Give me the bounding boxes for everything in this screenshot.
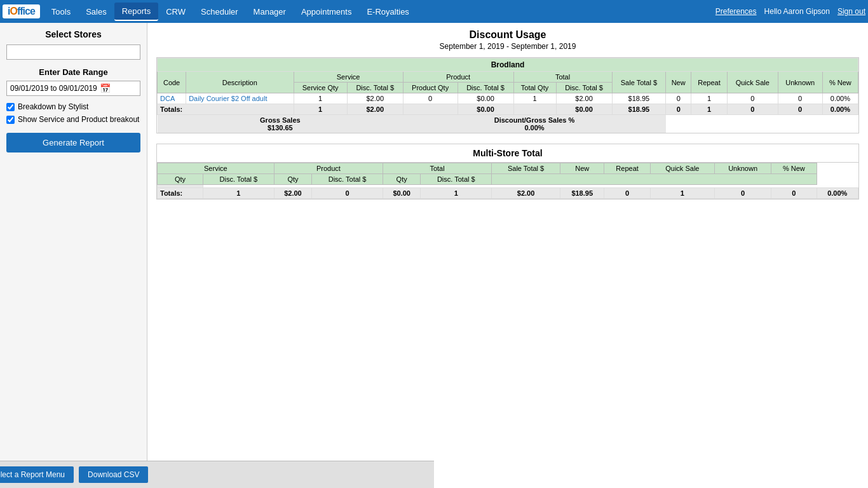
multistore-table: Service Product Total Sale Total $ New R… [157, 163, 858, 199]
select-report-menu-button[interactable]: Select a Report Menu [0, 466, 74, 483]
service-product-breakout-row: Show Service and Product breakout [6, 115, 140, 124]
ms-unknown: 0 [771, 188, 817, 199]
col-code: Code [158, 72, 186, 93]
ms-service-disc: $2.00 [274, 188, 311, 199]
row-service-disc: $2.00 [347, 93, 403, 104]
totals-total-disc: $0.00 [556, 104, 612, 115]
row-code: DCA [158, 93, 186, 104]
service-product-label: Show Service and Product breakout [18, 115, 139, 124]
nav-reports[interactable]: Reports [114, 3, 159, 21]
nav-sales[interactable]: Sales [78, 3, 114, 20]
ms-service-qty: 1 [203, 188, 274, 199]
ms-total-disc: $2.00 [492, 188, 560, 199]
col-service-qty: Service Qty [294, 83, 347, 93]
store-search-input[interactable] [6, 44, 140, 60]
col-unknown: Unknown [778, 72, 822, 93]
col-description: Description [186, 72, 294, 93]
breakdown-stylist-checkbox[interactable] [6, 103, 15, 111]
totals-product-qty [403, 104, 458, 115]
nav-appointments[interactable]: Appointments [294, 3, 360, 20]
col-new: New [666, 72, 691, 93]
col-service-group: Service [294, 72, 403, 83]
ms-quick-sale: 0 [714, 188, 771, 199]
row-total-disc: $2.00 [556, 93, 612, 104]
report-title: Discount Usage [156, 29, 859, 41]
row-new: 0 [666, 93, 691, 104]
ms-quick-sale-hdr: Quick Sale [650, 163, 714, 174]
ms-product-qty-hdr: Qty [274, 174, 311, 185]
generate-report-button[interactable]: Generate Report [6, 133, 140, 152]
row-quick-sale: 0 [727, 93, 778, 104]
col-total-group: Total [513, 72, 612, 83]
ms-product-disc: $0.00 [383, 188, 420, 199]
col-quick-sale: Quick Sale [727, 72, 778, 93]
ms-new-hdr: New [560, 163, 604, 174]
multistore-section: Multi-Store Total Service Product Total … [156, 144, 859, 200]
date-range-field[interactable]: 09/01/2019 to 09/01/2019 📅 [6, 81, 140, 96]
col-product-disc: Disc. Total $ [458, 83, 513, 93]
ms-unknown-hdr: Unknown [714, 163, 771, 174]
service-product-checkbox[interactable] [6, 116, 15, 124]
ms-service-qty-hdr: Qty [158, 174, 203, 185]
col-repeat: Repeat [691, 72, 728, 93]
breakdown-stylist-row: Breakdown by Stylist [6, 102, 140, 111]
row-product-qty: 0 [403, 93, 458, 104]
nav-manager[interactable]: Manager [246, 3, 294, 20]
date-range-value: 09/01/2019 to 09/01/2019 [10, 84, 97, 93]
gross-sales-label: Gross Sales [260, 116, 301, 124]
row-total-qty: 1 [513, 93, 556, 104]
col-total-disc: Disc. Total $ [556, 83, 612, 93]
ms-total-group: Total [383, 163, 491, 174]
nav-eroyalties[interactable]: E-Royalties [359, 3, 416, 20]
store-section-brodland: Brodland Code Description Service Produc… [156, 57, 859, 133]
store-name-header: Brodland [158, 58, 858, 72]
totals-total-qty [513, 104, 556, 115]
totals-sale-total: $18.95 [612, 104, 666, 115]
ms-product-disc-hdr: Disc. Total $ [312, 174, 383, 185]
discount-gross-value: 0.00% [524, 124, 544, 132]
nav-crw[interactable]: CRW [158, 3, 193, 20]
totals-product-disc: $0.00 [458, 104, 513, 115]
totals-pct-new: 0.00% [822, 104, 858, 115]
nav-tools[interactable]: Tools [44, 3, 78, 20]
multistore-totals-data: Totals: 1 $2.00 0 $0.00 1 $2.00 $18.95 0… [158, 188, 858, 199]
col-pct-new: % New [822, 72, 858, 93]
ms-repeat-hdr: Repeat [604, 163, 650, 174]
totals-repeat: 1 [691, 104, 728, 115]
ms-product-group: Product [274, 163, 383, 174]
row-product-disc: $0.00 [458, 93, 513, 104]
breakdown-stylist-label: Breakdown by Stylist [18, 102, 88, 111]
nav-right: Preferences Hello Aaron Gipson Sign out [715, 7, 865, 16]
multistore-title: Multi-Store Total [157, 144, 858, 163]
totals-service-qty: 1 [294, 104, 347, 115]
col-sale-total: Sale Total $ [612, 72, 666, 93]
row-repeat: 1 [691, 93, 728, 104]
col-product-qty: Product Qty [403, 83, 458, 93]
store-table: Brodland Code Description Service Produc… [157, 58, 858, 133]
store-totals-row: Totals: 1 $2.00 $0.00 $0.00 $18.95 0 1 0… [158, 104, 858, 115]
ms-row-label: Totals: [158, 188, 203, 199]
main-content: Discount Usage September 1, 2019 - Septe… [147, 23, 868, 488]
nav-scheduler[interactable]: Scheduler [193, 3, 246, 20]
ms-pct-new: 0.00% [817, 188, 858, 199]
signout-link[interactable]: Sign out [837, 7, 865, 16]
select-stores-label: Select Stores [6, 29, 140, 39]
discount-gross-label: Discount/Gross Sales % [494, 116, 575, 124]
download-csv-button[interactable]: Download CSV [79, 466, 148, 483]
bottom-toolbar: Hide Sidebar Print Report Select a Repor… [0, 461, 434, 488]
calendar-icon[interactable]: 📅 [100, 83, 111, 93]
totals-quick-sale: 0 [727, 104, 778, 115]
ms-service-disc-hdr: Disc. Total $ [203, 174, 274, 185]
brand-logo[interactable]: iOffice [3, 4, 40, 18]
row-service-qty: 1 [294, 93, 347, 104]
ms-product-qty: 0 [312, 188, 383, 199]
preferences-link[interactable]: Preferences [715, 7, 757, 16]
top-navigation: iOffice Tools Sales Reports CRW Schedule… [0, 0, 868, 23]
row-sale-total: $18.95 [612, 93, 666, 104]
col-total-qty: Total Qty [513, 83, 556, 93]
row-description: Daily Courier $2 Off adult [186, 93, 294, 104]
totals-service-disc: $2.00 [347, 104, 403, 115]
totals-new: 0 [666, 104, 691, 115]
date-range-label: Enter Date Range [6, 67, 140, 77]
totals-label: Totals: [158, 104, 294, 115]
